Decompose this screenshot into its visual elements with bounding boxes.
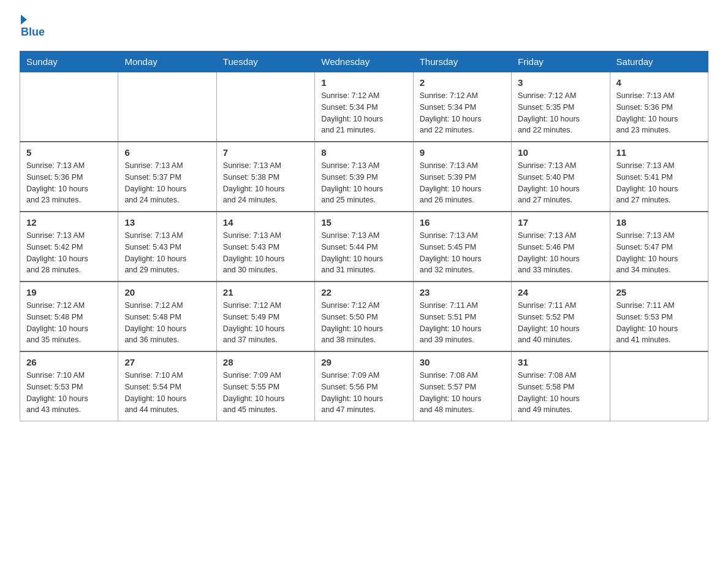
logo-arrow-icon — [21, 15, 27, 25]
cell-day-number: 24 — [518, 287, 603, 297]
cell-info-text: Sunrise: 7:13 AM Sunset: 5:47 PM Dayligh… — [616, 230, 702, 276]
calendar-cell: 11Sunrise: 7:13 AM Sunset: 5:41 PM Dayli… — [610, 142, 708, 212]
cell-day-number: 21 — [223, 287, 308, 297]
calendar-cell: 25Sunrise: 7:11 AM Sunset: 5:53 PM Dayli… — [610, 282, 708, 351]
day-header-tuesday: Tuesday — [216, 52, 314, 72]
calendar-week-3: 12Sunrise: 7:13 AM Sunset: 5:42 PM Dayli… — [20, 212, 708, 282]
cell-info-text: Sunrise: 7:13 AM Sunset: 5:37 PM Dayligh… — [124, 160, 210, 206]
cell-info-text: Sunrise: 7:13 AM Sunset: 5:43 PM Dayligh… — [223, 230, 308, 276]
logo: Blue — [20, 15, 45, 39]
calendar-week-4: 19Sunrise: 7:12 AM Sunset: 5:48 PM Dayli… — [20, 282, 708, 351]
calendar-cell: 15Sunrise: 7:13 AM Sunset: 5:44 PM Dayli… — [315, 212, 413, 282]
cell-day-number: 10 — [518, 147, 603, 158]
cell-info-text: Sunrise: 7:10 AM Sunset: 5:53 PM Dayligh… — [26, 370, 112, 416]
cell-day-number: 28 — [223, 357, 308, 367]
cell-info-text: Sunrise: 7:09 AM Sunset: 5:56 PM Dayligh… — [321, 370, 406, 416]
cell-info-text: Sunrise: 7:12 AM Sunset: 5:34 PM Dayligh… — [420, 90, 505, 136]
cell-info-text: Sunrise: 7:12 AM Sunset: 5:48 PM Dayligh… — [124, 300, 210, 346]
day-header-friday: Friday — [512, 52, 610, 72]
cell-day-number: 29 — [321, 357, 406, 367]
cell-day-number: 16 — [420, 217, 505, 228]
cell-day-number: 31 — [518, 357, 603, 367]
calendar-cell: 22Sunrise: 7:12 AM Sunset: 5:50 PM Dayli… — [315, 282, 413, 351]
cell-info-text: Sunrise: 7:12 AM Sunset: 5:34 PM Dayligh… — [321, 90, 406, 136]
cell-day-number: 19 — [26, 287, 112, 297]
cell-info-text: Sunrise: 7:11 AM Sunset: 5:53 PM Dayligh… — [616, 300, 702, 346]
calendar-cell — [20, 72, 118, 142]
calendar-cell: 13Sunrise: 7:13 AM Sunset: 5:43 PM Dayli… — [118, 212, 216, 282]
calendar-cell — [216, 72, 314, 142]
calendar-cell: 12Sunrise: 7:13 AM Sunset: 5:42 PM Dayli… — [20, 212, 118, 282]
logo-subtitle: Blue — [20, 26, 45, 39]
calendar-cell: 16Sunrise: 7:13 AM Sunset: 5:45 PM Dayli… — [413, 212, 511, 282]
cell-info-text: Sunrise: 7:11 AM Sunset: 5:52 PM Dayligh… — [518, 300, 603, 346]
calendar-cell: 17Sunrise: 7:13 AM Sunset: 5:46 PM Dayli… — [512, 212, 610, 282]
calendar-table: SundayMondayTuesdayWednesdayThursdayFrid… — [20, 51, 708, 421]
cell-day-number: 4 — [616, 77, 702, 88]
cell-info-text: Sunrise: 7:09 AM Sunset: 5:55 PM Dayligh… — [223, 370, 308, 416]
calendar-cell: 1Sunrise: 7:12 AM Sunset: 5:34 PM Daylig… — [315, 72, 413, 142]
cell-day-number: 22 — [321, 287, 406, 297]
calendar-week-2: 5Sunrise: 7:13 AM Sunset: 5:36 PM Daylig… — [20, 142, 708, 212]
calendar-cell: 26Sunrise: 7:10 AM Sunset: 5:53 PM Dayli… — [20, 351, 118, 421]
calendar-cell: 18Sunrise: 7:13 AM Sunset: 5:47 PM Dayli… — [610, 212, 708, 282]
cell-day-number: 11 — [616, 147, 702, 158]
cell-info-text: Sunrise: 7:13 AM Sunset: 5:44 PM Dayligh… — [321, 230, 406, 276]
cell-info-text: Sunrise: 7:13 AM Sunset: 5:40 PM Dayligh… — [518, 160, 603, 206]
cell-day-number: 8 — [321, 147, 406, 158]
calendar-cell: 9Sunrise: 7:13 AM Sunset: 5:39 PM Daylig… — [413, 142, 511, 212]
day-header-wednesday: Wednesday — [315, 52, 413, 72]
cell-day-number: 25 — [616, 287, 702, 297]
cell-info-text: Sunrise: 7:13 AM Sunset: 5:39 PM Dayligh… — [420, 160, 505, 206]
cell-info-text: Sunrise: 7:12 AM Sunset: 5:48 PM Dayligh… — [26, 300, 112, 346]
calendar-cell: 24Sunrise: 7:11 AM Sunset: 5:52 PM Dayli… — [512, 282, 610, 351]
cell-day-number: 13 — [124, 217, 210, 228]
calendar-week-5: 26Sunrise: 7:10 AM Sunset: 5:53 PM Dayli… — [20, 351, 708, 421]
calendar-cell: 29Sunrise: 7:09 AM Sunset: 5:56 PM Dayli… — [315, 351, 413, 421]
cell-info-text: Sunrise: 7:13 AM Sunset: 5:46 PM Dayligh… — [518, 230, 603, 276]
cell-info-text: Sunrise: 7:11 AM Sunset: 5:51 PM Dayligh… — [420, 300, 505, 346]
page-header: Blue — [20, 15, 708, 39]
calendar-cell — [610, 351, 708, 421]
calendar-cell: 31Sunrise: 7:08 AM Sunset: 5:58 PM Dayli… — [512, 351, 610, 421]
day-header-sunday: Sunday — [20, 52, 118, 72]
cell-info-text: Sunrise: 7:08 AM Sunset: 5:57 PM Dayligh… — [420, 370, 505, 416]
cell-day-number: 9 — [420, 147, 505, 158]
cell-info-text: Sunrise: 7:13 AM Sunset: 5:41 PM Dayligh… — [616, 160, 702, 206]
calendar-cell: 28Sunrise: 7:09 AM Sunset: 5:55 PM Dayli… — [216, 351, 314, 421]
cell-info-text: Sunrise: 7:12 AM Sunset: 5:35 PM Dayligh… — [518, 90, 603, 136]
cell-day-number: 5 — [26, 147, 112, 158]
calendar-cell: 21Sunrise: 7:12 AM Sunset: 5:49 PM Dayli… — [216, 282, 314, 351]
cell-info-text: Sunrise: 7:12 AM Sunset: 5:49 PM Dayligh… — [223, 300, 308, 346]
cell-day-number: 26 — [26, 357, 112, 367]
calendar-cell: 6Sunrise: 7:13 AM Sunset: 5:37 PM Daylig… — [118, 142, 216, 212]
calendar-cell — [118, 72, 216, 142]
cell-info-text: Sunrise: 7:13 AM Sunset: 5:39 PM Dayligh… — [321, 160, 406, 206]
calendar-cell: 10Sunrise: 7:13 AM Sunset: 5:40 PM Dayli… — [512, 142, 610, 212]
cell-day-number: 17 — [518, 217, 603, 228]
cell-info-text: Sunrise: 7:13 AM Sunset: 5:42 PM Dayligh… — [26, 230, 112, 276]
cell-day-number: 12 — [26, 217, 112, 228]
cell-info-text: Sunrise: 7:13 AM Sunset: 5:38 PM Dayligh… — [223, 160, 308, 206]
cell-info-text: Sunrise: 7:08 AM Sunset: 5:58 PM Dayligh… — [518, 370, 603, 416]
cell-day-number: 6 — [124, 147, 210, 158]
calendar-cell: 5Sunrise: 7:13 AM Sunset: 5:36 PM Daylig… — [20, 142, 118, 212]
cell-info-text: Sunrise: 7:12 AM Sunset: 5:50 PM Dayligh… — [321, 300, 406, 346]
cell-info-text: Sunrise: 7:13 AM Sunset: 5:36 PM Dayligh… — [26, 160, 112, 206]
calendar-cell: 23Sunrise: 7:11 AM Sunset: 5:51 PM Dayli… — [413, 282, 511, 351]
cell-day-number: 20 — [124, 287, 210, 297]
calendar-cell: 20Sunrise: 7:12 AM Sunset: 5:48 PM Dayli… — [118, 282, 216, 351]
calendar-cell: 4Sunrise: 7:13 AM Sunset: 5:36 PM Daylig… — [610, 72, 708, 142]
cell-info-text: Sunrise: 7:13 AM Sunset: 5:45 PM Dayligh… — [420, 230, 505, 276]
cell-day-number: 27 — [124, 357, 210, 367]
day-header-thursday: Thursday — [413, 52, 511, 72]
cell-day-number: 23 — [420, 287, 505, 297]
cell-day-number: 14 — [223, 217, 308, 228]
day-header-saturday: Saturday — [610, 52, 708, 72]
calendar-cell: 3Sunrise: 7:12 AM Sunset: 5:35 PM Daylig… — [512, 72, 610, 142]
cell-info-text: Sunrise: 7:13 AM Sunset: 5:43 PM Dayligh… — [124, 230, 210, 276]
calendar-cell: 30Sunrise: 7:08 AM Sunset: 5:57 PM Dayli… — [413, 351, 511, 421]
cell-day-number: 1 — [321, 77, 406, 88]
cell-info-text: Sunrise: 7:10 AM Sunset: 5:54 PM Dayligh… — [124, 370, 210, 416]
cell-day-number: 7 — [223, 147, 308, 158]
